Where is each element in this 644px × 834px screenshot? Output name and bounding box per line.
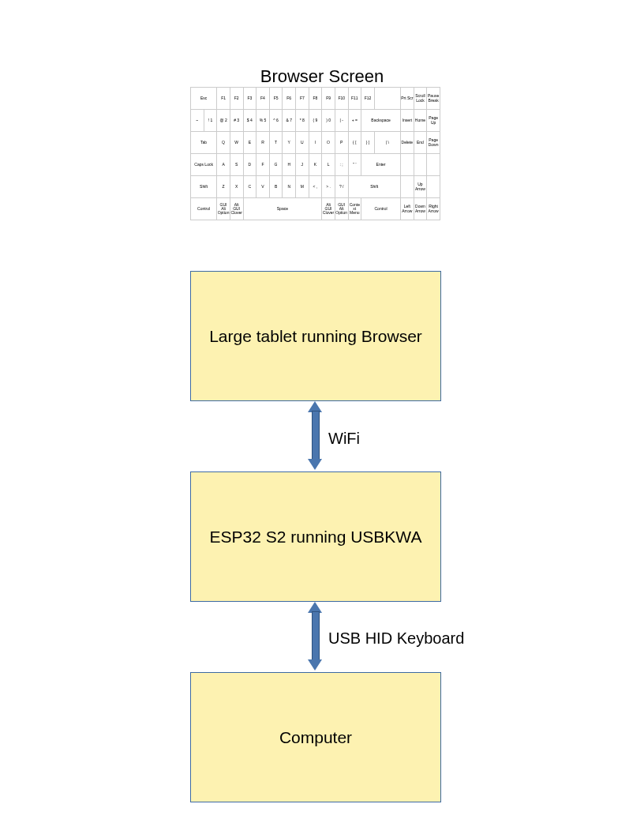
key: N — [283, 176, 296, 198]
key: F2 — [230, 88, 243, 110]
key: } ] — [361, 132, 375, 154]
key: GUI Alt Option — [217, 198, 230, 220]
key: F — [256, 154, 270, 176]
key: F1 — [217, 88, 230, 110]
key: Delete — [401, 132, 414, 154]
key: T — [269, 132, 283, 154]
key: J — [296, 154, 309, 176]
key: @ 2 — [217, 110, 230, 132]
label-wifi: WiFi — [328, 430, 565, 448]
key-blank — [427, 154, 440, 176]
key: % 5 — [256, 110, 270, 132]
key: F7 — [296, 88, 309, 110]
key: M — [296, 176, 309, 198]
key: Insert — [401, 110, 414, 132]
key: ? / — [335, 176, 348, 198]
key: Y — [283, 132, 296, 154]
box-tablet: Large tablet running Browser — [190, 271, 441, 401]
key-right: Right Arrow — [427, 198, 440, 220]
key: F11 — [348, 88, 361, 110]
key-up: Up Arrow — [414, 176, 427, 198]
key: P — [335, 132, 348, 154]
key: < , — [309, 176, 322, 198]
key: Page Up — [427, 110, 440, 132]
key: U — [296, 132, 309, 154]
key: F3 — [243, 88, 256, 110]
key-shift: Shift — [191, 176, 217, 198]
key-ctrl: Control — [191, 198, 217, 220]
key: * 8 — [296, 110, 309, 132]
key: F10 — [335, 88, 348, 110]
key: L — [322, 154, 335, 176]
key-left: Left Arrow — [401, 198, 414, 220]
key: Pause Break — [427, 88, 440, 110]
key: V — [256, 176, 270, 198]
arrow-shaft — [312, 411, 320, 461]
key: S — [230, 154, 243, 176]
key: B — [269, 176, 283, 198]
key: Scroll Lock — [414, 88, 427, 110]
key: C — [243, 176, 256, 198]
key: End — [414, 132, 427, 154]
key: $ 4 — [243, 110, 256, 132]
key: Alt GUI Clover — [230, 198, 243, 220]
key: F8 — [309, 88, 322, 110]
key: ) 0 — [322, 110, 335, 132]
key-blank — [401, 176, 414, 198]
arrow-wifi — [310, 401, 320, 470]
key: + = — [348, 110, 361, 132]
key: Z — [217, 176, 230, 198]
box-computer: Computer — [190, 672, 441, 802]
key: : ; — [335, 154, 348, 176]
key: Alt GUI Clover — [322, 198, 335, 220]
key: X — [230, 176, 243, 198]
key: R — [256, 132, 270, 154]
key: | \ — [374, 132, 400, 154]
key: > . — [322, 176, 335, 198]
key: I — [309, 132, 322, 154]
key: Context Menu — [348, 198, 361, 220]
key: ^ 6 — [269, 110, 283, 132]
key-blank — [374, 88, 400, 110]
key: ! 1 — [204, 110, 217, 132]
keyboard-layout: Esc F1 F2 F3 F4 F5 F6 F7 F8 F9 F10 F11 F… — [190, 87, 440, 220]
key: F4 — [256, 88, 270, 110]
key: ~ — [191, 110, 204, 132]
key: O — [322, 132, 335, 154]
key-down: Down Arrow — [414, 198, 427, 220]
key-caps: Caps Lock — [191, 154, 217, 176]
key-tab: Tab — [191, 132, 217, 154]
key: Prt Scr — [401, 88, 414, 110]
key: H — [283, 154, 296, 176]
key: { [ — [348, 132, 361, 154]
key: Page Down — [427, 132, 440, 154]
arrowhead-down-icon — [308, 659, 322, 671]
label-usb: USB HID Keyboard — [328, 629, 565, 648]
key: A — [217, 154, 230, 176]
key: | - — [335, 110, 348, 132]
key-backspace: Backspace — [361, 110, 401, 132]
key-esc: Esc — [191, 88, 217, 110]
box-esp32: ESP32 S2 running USBKWA — [190, 471, 441, 602]
key: F6 — [283, 88, 296, 110]
key: E — [243, 132, 256, 154]
key-blank — [414, 154, 427, 176]
key: ( 9 — [309, 110, 322, 132]
key-shift: Shift — [348, 176, 401, 198]
key: F9 — [322, 88, 335, 110]
key: G — [269, 154, 283, 176]
key: W — [230, 132, 243, 154]
key: F12 — [361, 88, 375, 110]
key: K — [309, 154, 322, 176]
key-blank — [427, 176, 440, 198]
key: & 7 — [283, 110, 296, 132]
key-space: Space — [243, 198, 322, 220]
key: Q — [217, 132, 230, 154]
arrowhead-down-icon — [308, 459, 322, 470]
key: GUI Alt Option — [335, 198, 348, 220]
arrow-shaft — [312, 611, 320, 662]
key: " ' — [348, 154, 361, 176]
key: # 3 — [230, 110, 243, 132]
key-ctrl: Control — [361, 198, 401, 220]
diagram-title: Browser Screen — [0, 66, 644, 87]
